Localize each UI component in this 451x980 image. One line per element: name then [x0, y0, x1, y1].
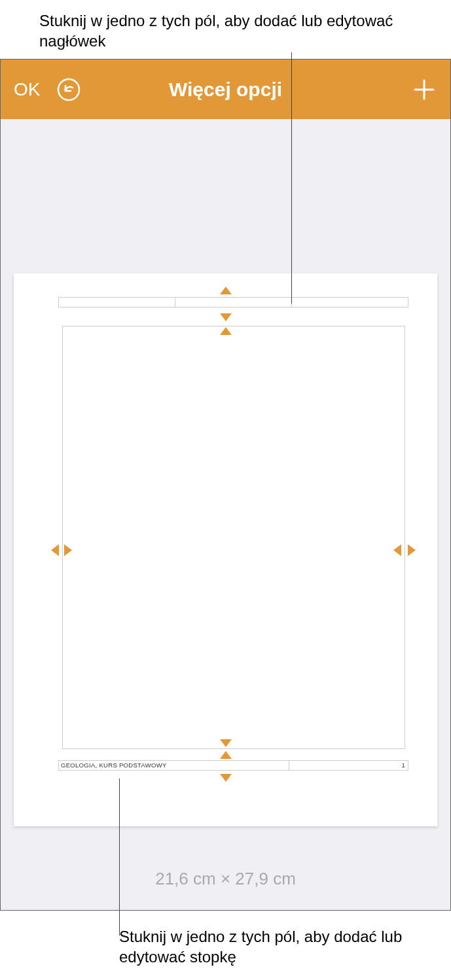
ok-button[interactable]: OK: [14, 79, 40, 100]
margin-handle-icon[interactable]: [51, 544, 59, 556]
callout-footer-line: [119, 779, 120, 936]
margin-handle-icon[interactable]: [220, 739, 232, 747]
header-field-right[interactable]: [292, 298, 408, 307]
page-preview: GEOLOGIA, KURS PODSTAWOWY 1: [14, 273, 437, 826]
svg-point-0: [58, 79, 79, 100]
footer-field-right[interactable]: 1: [289, 761, 408, 770]
app-container: OK Więcej opcji: [0, 59, 451, 911]
add-button[interactable]: [411, 77, 437, 103]
callout-footer-text: Stuknij w jedno z tych pól, aby dodać lu…: [119, 926, 425, 967]
footer-field-left[interactable]: GEOLOGIA, KURS PODSTAWOWY: [59, 761, 289, 770]
callout-header-line: [291, 52, 292, 304]
margin-handle-icon[interactable]: [220, 751, 232, 759]
header-field-center[interactable]: [175, 298, 292, 307]
margin-handle-icon[interactable]: [220, 313, 232, 321]
page-dimensions: 21,6 cm × 27,9 cm: [1, 869, 450, 889]
callout-header-text: Stuknij w jedno z tych pól, aby dodać lu…: [0, 0, 451, 51]
toolbar: OK Więcej opcji: [1, 60, 450, 119]
content-area: [62, 326, 405, 749]
footer-fields: GEOLOGIA, KURS PODSTAWOWY 1: [58, 760, 408, 771]
plus-icon: [413, 79, 435, 101]
margin-handle-icon[interactable]: [220, 774, 232, 782]
margin-handle-icon[interactable]: [64, 544, 72, 556]
undo-button[interactable]: [56, 77, 82, 103]
header-field-left[interactable]: [59, 298, 175, 307]
margin-handle-icon[interactable]: [408, 544, 416, 556]
margin-handle-icon[interactable]: [393, 544, 401, 556]
header-fields: [58, 297, 408, 307]
undo-icon: [56, 77, 81, 102]
margin-handle-icon[interactable]: [220, 287, 232, 294]
